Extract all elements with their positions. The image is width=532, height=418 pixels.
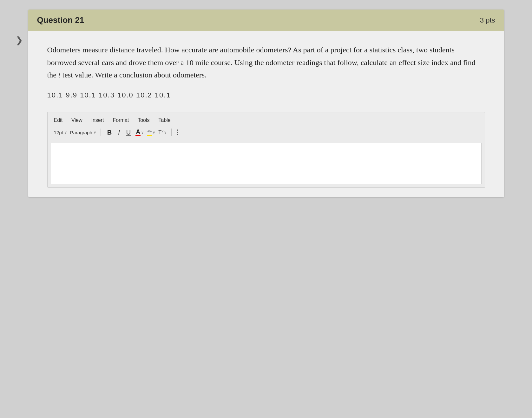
paragraph-style-chevron-icon: ∨ [94, 130, 96, 135]
superscript-icon: T2 [158, 129, 163, 136]
menu-table[interactable]: Table [159, 117, 171, 123]
data-values: 10.1 9.9 10.1 10.3 10.0 10.2 10.1 [47, 91, 485, 99]
highlight-chevron-icon: ∨ [153, 130, 155, 135]
editor-menubar: Edit View Insert Format Tools Table [48, 116, 485, 126]
underline-button[interactable]: U [125, 128, 132, 137]
rich-text-editor: Edit View Insert Format Tools Table 12pt… [47, 112, 485, 188]
more-dot-1 [177, 129, 178, 131]
paragraph-style-select[interactable]: Paragraph ∨ [70, 130, 96, 135]
question-header: Question 21 3 pts [28, 10, 504, 31]
paragraph-style-value: Paragraph [70, 130, 92, 135]
font-color-bar [135, 135, 141, 136]
menu-edit[interactable]: Edit [54, 117, 63, 123]
font-size-chevron-icon: ∨ [64, 130, 67, 135]
highlight-button[interactable]: ✏ ∨ [147, 129, 155, 136]
menu-format[interactable]: Format [113, 117, 129, 123]
italic-button[interactable]: I [116, 128, 122, 137]
highlight-color-bar [147, 135, 152, 136]
toolbar-divider-2 [171, 129, 172, 136]
menu-view[interactable]: View [71, 117, 82, 123]
question-body: Odometers measure distance traveled. How… [28, 31, 504, 197]
nav-arrow[interactable]: ❯ [16, 35, 23, 45]
editor-content-area[interactable] [51, 143, 482, 184]
more-dot-3 [177, 134, 178, 135]
superscript-button[interactable]: T2 ∨ [158, 129, 167, 136]
question-title: Question 21 [37, 15, 84, 25]
superscript-chevron-icon: ∨ [164, 130, 167, 135]
font-size-select[interactable]: 12pt ∨ [54, 130, 67, 135]
font-color-icon: A [135, 129, 141, 136]
question-card: Question 21 3 pts Odometers measure dist… [28, 10, 504, 197]
more-options-button[interactable] [176, 129, 179, 136]
question-points: 3 pts [480, 16, 495, 24]
toolbar-divider-1 [101, 129, 101, 136]
more-dot-2 [177, 132, 178, 133]
editor-toolbar: 12pt ∨ Paragraph ∨ B I U [48, 126, 485, 140]
bold-button[interactable]: B [106, 128, 113, 137]
font-color-chevron-icon: ∨ [141, 130, 144, 135]
menu-tools[interactable]: Tools [138, 117, 149, 123]
question-text: Odometers measure distance traveled. How… [47, 44, 485, 82]
menu-insert[interactable]: Insert [91, 117, 104, 123]
font-color-button[interactable]: A ∨ [135, 129, 144, 136]
font-size-value: 12pt [54, 130, 63, 135]
highlight-icon: ✏ [147, 129, 152, 136]
